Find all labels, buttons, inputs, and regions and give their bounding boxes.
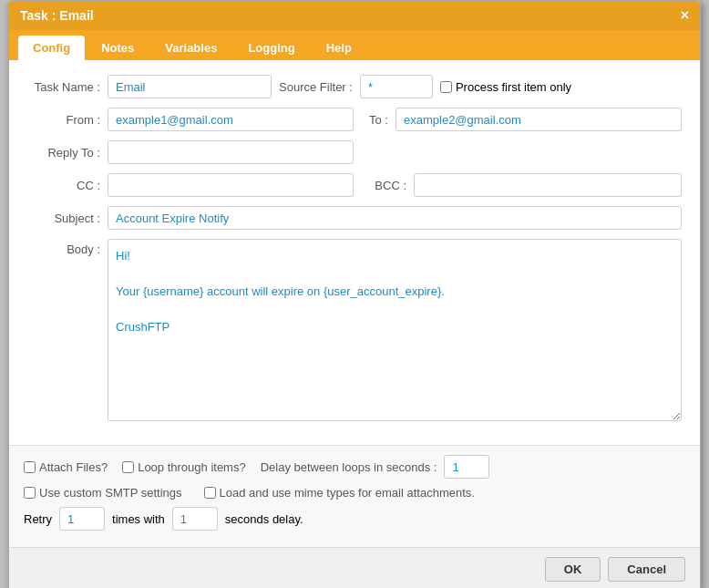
bcc-input[interactable] [414, 173, 682, 197]
options-row-1: Attach Files? Loop through items? Delay … [24, 455, 685, 479]
bcc-label: BCC : [361, 179, 406, 192]
tab-bar: Config Notes Variables Logging Help [9, 30, 700, 60]
form-content: Task Name : Source Filter : Process firs… [9, 60, 700, 445]
attach-files-checkbox[interactable] [24, 461, 36, 473]
process-first-label: Process first item only [456, 80, 571, 94]
tab-logging[interactable]: Logging [233, 36, 309, 60]
tab-help[interactable]: Help [312, 36, 366, 60]
delay-label: Delay between loops in seconds : [261, 460, 437, 474]
process-first-checkbox[interactable] [440, 81, 452, 93]
loop-through-label[interactable]: Loop through items? [122, 460, 246, 474]
mime-types-checkbox[interactable] [204, 487, 216, 499]
tab-variables[interactable]: Variables [150, 36, 231, 60]
task-name-row: Task Name : Source Filter : Process firs… [27, 75, 682, 98]
options-section: Attach Files? Loop through items? Delay … [9, 445, 700, 547]
subject-label: Subject : [27, 211, 100, 225]
delay-input[interactable] [444, 455, 489, 479]
loop-through-checkbox[interactable] [122, 461, 134, 473]
to-label: To : [361, 113, 388, 127]
seconds-delay-input[interactable] [172, 507, 218, 531]
from-to-row: From : To : [27, 108, 682, 131]
to-input[interactable] [396, 108, 682, 131]
cc-input[interactable] [108, 173, 354, 197]
task-name-input[interactable] [108, 75, 272, 98]
dialog-footer: OK Cancel [9, 547, 700, 588]
subject-input[interactable] [108, 206, 682, 230]
reply-to-row: Reply To : [27, 140, 682, 164]
seconds-delay-label: seconds delay. [225, 512, 303, 526]
tab-config[interactable]: Config [18, 36, 85, 60]
body-label: Body : [27, 239, 100, 256]
ok-button[interactable]: OK [545, 557, 601, 582]
from-label: From : [27, 113, 100, 127]
retry-label: Retry [24, 512, 52, 526]
reply-to-label: Reply To : [27, 146, 100, 160]
title-bar: Task : Email × [9, 1, 700, 30]
options-row-3: Retry times with seconds delay. [24, 507, 685, 531]
attach-files-label[interactable]: Attach Files? [24, 460, 108, 474]
process-first-group: Process first item only [440, 80, 571, 94]
cc-bcc-row: CC : BCC : [27, 173, 682, 197]
custom-smtp-label[interactable]: Use custom SMTP settings [24, 486, 182, 500]
options-row-2: Use custom SMTP settings Load and use mi… [24, 486, 685, 500]
source-filter-label: Source Filter : [279, 80, 353, 94]
subject-row: Subject : [27, 206, 682, 230]
source-filter-input[interactable] [360, 75, 433, 98]
from-input[interactable] [108, 108, 354, 131]
tab-notes[interactable]: Notes [87, 36, 149, 60]
cc-label: CC : [27, 179, 100, 192]
body-row: Body : Hi! Your {username} account will … [27, 239, 682, 421]
times-with-label: times with [112, 512, 165, 526]
reply-to-input[interactable] [108, 140, 354, 164]
body-textarea[interactable]: Hi! Your {username} account will expire … [108, 239, 682, 421]
close-button[interactable]: × [681, 8, 689, 23]
dialog-task-email: Task : Email × Config Notes Variables Lo… [8, 0, 701, 588]
retry-input[interactable] [59, 507, 105, 531]
dialog-title: Task : Email [20, 8, 94, 23]
custom-smtp-checkbox[interactable] [24, 487, 36, 499]
cancel-button[interactable]: Cancel [608, 557, 685, 582]
task-name-label: Task Name : [27, 80, 100, 94]
mime-types-label[interactable]: Load and use mime types for email attach… [204, 486, 475, 500]
